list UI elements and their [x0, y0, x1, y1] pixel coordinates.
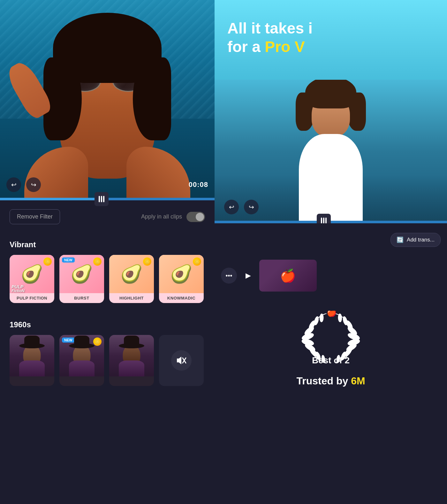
- filter-label-pulp-fiction: PULP FICTION: [10, 293, 54, 303]
- 1960s-filter-cards: NEW 🪙: [0, 335, 205, 386]
- redo-button[interactable]: ↪: [26, 177, 41, 192]
- filter-card-pulp-fiction[interactable]: 🥑 🪙 PULP FICTION PULP FictioN: [10, 255, 54, 303]
- apple-icon: 🍎: [280, 268, 296, 283]
- photo-inner-3: [109, 335, 154, 376]
- promo-area: All it takes i for a Pro V: [215, 0, 447, 223]
- avocado-icon-3: 🥑: [120, 265, 143, 283]
- timeline-left[interactable]: [0, 198, 215, 200]
- right-panel: All it takes i for a Pro V: [215, 0, 447, 504]
- filter-label-knowmadic: KNOWMADIC: [159, 293, 204, 303]
- timeline-cursor-left[interactable]: [95, 192, 109, 206]
- pulp-fiction-overlay: [10, 255, 54, 293]
- 1960s-card-mute[interactable]: [159, 335, 204, 386]
- promo-body: [299, 134, 363, 223]
- 1960s-card-3[interactable]: [109, 335, 154, 386]
- 1960s-card-1[interactable]: [10, 335, 54, 386]
- play-button[interactable]: ▶: [242, 270, 254, 282]
- mute-button[interactable]: [171, 350, 192, 371]
- promo-headline-pro: Pro V: [265, 38, 305, 55]
- filter-action-row: Remove Filter Apply in all clips: [10, 209, 205, 224]
- promo-headline-line1: All it takes i: [227, 20, 313, 37]
- best-of-text: Best of 2: [312, 355, 350, 366]
- remove-filter-button[interactable]: Remove Filter: [10, 209, 60, 224]
- filter-label-burst: BURST: [59, 293, 104, 303]
- filter-controls: Remove Filter Apply in all clips: [0, 200, 215, 240]
- coin-badge-2: 🪙: [93, 257, 102, 266]
- right-bottom-panel: 🔄 Add trans... ••• ▶ 🍎: [215, 223, 447, 504]
- filter-card-knowmadic[interactable]: 🥑 🪙 KNOWMADIC: [159, 255, 204, 303]
- avocado-icon-4: 🥑: [170, 265, 193, 283]
- cursor-icon-right: [321, 218, 327, 223]
- mute-icon: [176, 356, 186, 365]
- play-icon: ▶: [246, 271, 251, 280]
- timeline-progress: [0, 198, 96, 200]
- vibrant-filter-cards: 🥑 🪙 PULP FICTION PULP FictioN 🥑 NEW: [0, 255, 205, 306]
- hair-top: [53, 13, 162, 83]
- more-dots-icon: •••: [225, 272, 232, 279]
- add-transition-button[interactable]: 🔄 Add trans...: [390, 233, 441, 247]
- timeline-right[interactable]: [215, 221, 447, 223]
- vibrant-title: Vibrant: [10, 240, 205, 249]
- promo-person: [286, 89, 375, 223]
- promo-headline-line2: for a: [227, 38, 261, 55]
- redo-button-right[interactable]: ↪: [244, 200, 259, 214]
- section-1960s: 1960s: [0, 314, 215, 386]
- filter-label-highlight: HIGHLIGHT: [109, 293, 154, 303]
- award-section: 🍎 Best of 2 Trusted by 6M: [221, 298, 441, 494]
- trusted-label: Trusted by: [296, 375, 348, 387]
- timeline-cursor-right[interactable]: [317, 214, 331, 223]
- toggle-thumb: [196, 213, 204, 221]
- add-transition-icon: 🔄: [397, 236, 404, 243]
- promo-hair-top: [305, 80, 356, 108]
- cursor-icon: [99, 196, 104, 202]
- trusted-text: Trusted by 6M: [296, 375, 365, 387]
- trusted-number: 6M: [351, 375, 365, 387]
- photo-inner-2: NEW 🪙: [59, 335, 104, 376]
- promo-text-block: All it takes i for a Pro V: [227, 19, 444, 56]
- left-panel: ↩ ↪ 00:08 Remove Filter Apply in all cli…: [0, 0, 215, 504]
- 1960s-card-2[interactable]: NEW 🪙: [59, 335, 104, 386]
- more-options-button[interactable]: •••: [221, 268, 237, 284]
- coin-badge-1960s: 🪙: [93, 337, 102, 346]
- coin-badge-3: 🪙: [143, 257, 151, 266]
- new-badge-burst: NEW: [62, 257, 75, 263]
- vibrant-section: Vibrant 🥑 🪙 PULP FICTION PULP FictioN: [0, 240, 215, 306]
- coin-badge-4: 🪙: [193, 257, 201, 266]
- undo-button-right[interactable]: ↩: [224, 200, 239, 214]
- avocado-icon-2: 🥑: [71, 265, 93, 283]
- filter-card-highlight[interactable]: 🥑 🪙 HIGHLIGHT: [109, 255, 154, 303]
- promo-headline: All it takes i for a Pro V: [227, 19, 444, 56]
- undo-button[interactable]: ↩: [6, 177, 21, 192]
- playback-row: ••• ▶ 🍎: [221, 260, 441, 292]
- filter-card-burst[interactable]: 🥑 NEW 🪙 BURST: [59, 255, 104, 303]
- apply-all-label: Apply in all clips: [141, 213, 182, 220]
- photo-inner-1: [10, 335, 54, 376]
- add-transition-label: Add trans...: [407, 237, 435, 243]
- apply-all-row: Apply in all clips: [141, 212, 205, 222]
- svg-text:🍎: 🍎: [327, 311, 337, 317]
- video-controls-left: ↩ ↪: [6, 177, 41, 192]
- video-timestamp: 00:08: [189, 181, 208, 189]
- apply-all-toggle[interactable]: [186, 212, 205, 222]
- thumb-inner: 🍎: [259, 260, 317, 292]
- video-controls-right: ↩ ↪: [224, 200, 259, 214]
- video-thumbnail[interactable]: 🍎: [259, 260, 317, 292]
- 1960s-title: 1960s: [10, 320, 205, 329]
- video-preview-left: ↩ ↪ 00:08: [0, 0, 215, 198]
